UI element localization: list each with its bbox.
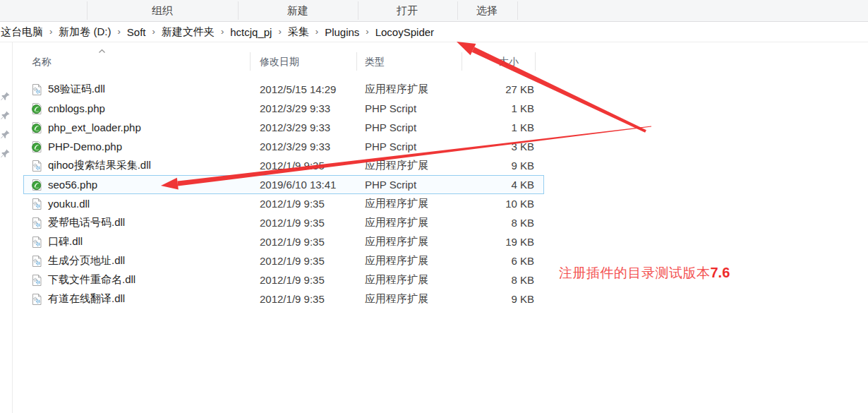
file-name: PHP-Demo.php [48, 140, 122, 152]
file-name-cell: youku.dll [23, 198, 260, 210]
ribbon-group-select: 选择 [476, 4, 498, 18]
ribbon-separator [517, 1, 518, 20]
file-date-modified: 2012/1/9 9:35 [260, 236, 365, 248]
pushpin-icon[interactable] [0, 110, 11, 121]
chevron-right-icon: › [362, 26, 372, 38]
file-type: 应用程序扩展 [365, 197, 471, 210]
ribbon-group-organize: 组织 [152, 4, 173, 18]
file-size: 6 KB [471, 255, 544, 267]
breadcrumb-item-soft[interactable]: Soft [124, 26, 149, 38]
file-date-modified: 2012/1/9 9:35 [260, 293, 365, 305]
column-divider[interactable] [250, 52, 251, 71]
file-date-modified: 2012/1/9 9:35 [260, 217, 365, 229]
breadcrumb-item-caiji[interactable]: 采集 [285, 25, 312, 39]
pushpin-icon[interactable] [0, 129, 11, 140]
file-list: 名称 修改日期 类型 大小 58验证码.dll 2012/5/15 14:29 … [23, 52, 544, 309]
file-name: 生成分页地址.dll [48, 254, 125, 268]
breadcrumb-item-drive-d[interactable]: 新加卷 (D:) [56, 25, 114, 39]
php-file-icon [31, 122, 42, 133]
php-file-icon [31, 103, 42, 114]
file-row[interactable]: 下载文件重命名.dll 2012/1/9 9:35 应用程序扩展 8 KB [23, 270, 544, 289]
file-name: 下载文件重命名.dll [48, 273, 135, 287]
file-name-cell: 58验证码.dll [23, 83, 260, 96]
file-date-modified: 2019/6/10 13:41 [260, 179, 365, 191]
file-row[interactable]: seo56.php 2019/6/10 13:41 PHP Script 4 K… [23, 175, 544, 194]
file-name-cell: seo56.php [23, 179, 260, 191]
file-name: 爱帮电话号码.dll [48, 216, 125, 229]
file-row[interactable]: 口碑.dll 2012/1/9 9:35 应用程序扩展 19 KB [23, 232, 544, 251]
file-size: 19 KB [471, 236, 544, 248]
file-size: 27 KB [471, 83, 544, 95]
file-type: 应用程序扩展 [365, 292, 471, 306]
pushpin-icon[interactable] [0, 91, 11, 102]
file-type: 应用程序扩展 [365, 159, 471, 172]
file-size: 10 KB [471, 198, 544, 210]
column-header-date-modified[interactable]: 修改日期 [260, 56, 365, 68]
file-date-modified: 2012/3/29 9:33 [260, 102, 365, 114]
dll-file-icon [31, 160, 42, 172]
chevron-right-icon: › [217, 26, 227, 38]
breadcrumb-item-new-folder[interactable]: 新建文件夹 [159, 25, 217, 39]
column-header-row: 名称 修改日期 类型 大小 [23, 52, 544, 72]
column-header-name[interactable]: 名称 [23, 56, 260, 68]
file-type: PHP Script [365, 121, 471, 133]
dll-file-icon [31, 275, 42, 286]
column-divider[interactable] [535, 52, 536, 71]
file-name: youku.dll [48, 198, 90, 210]
breadcrumb-item-this-pc[interactable]: 这台电脑 [0, 25, 46, 39]
file-name-cell: php_ext_loader.php [23, 121, 260, 133]
file-type: 应用程序扩展 [365, 216, 471, 229]
chevron-right-icon: › [149, 26, 159, 38]
file-size: 1 KB [471, 121, 544, 133]
dll-file-icon [31, 84, 42, 95]
file-date-modified: 2012/1/9 9:35 [260, 160, 365, 172]
file-name: qihoo搜索结果采集.dll [48, 159, 151, 172]
file-name-cell: 有道在线翻译.dll [23, 292, 260, 306]
file-date-modified: 2012/1/9 9:35 [260, 198, 365, 210]
pushpin-icon[interactable] [0, 148, 11, 159]
file-name: php_ext_loader.php [48, 121, 141, 133]
annotation-note: 注册插件的目录测试版本7.6 [559, 264, 730, 282]
file-size: 8 KB [471, 274, 544, 286]
file-row[interactable]: php_ext_loader.php 2012/3/29 9:33 PHP Sc… [23, 118, 544, 137]
dll-file-icon [31, 217, 42, 229]
file-row[interactable]: PHP-Demo.php 2012/3/29 9:33 PHP Script 3… [23, 137, 544, 156]
chevron-right-icon: › [275, 26, 284, 38]
column-header-type[interactable]: 类型 [365, 56, 471, 68]
column-header-size[interactable]: 大小 [471, 56, 544, 68]
annotation-version: 7.6 [711, 265, 730, 280]
ribbon-separator [238, 1, 239, 20]
column-divider[interactable] [462, 52, 462, 71]
file-name-cell: cnblogs.php [23, 102, 260, 114]
file-type: 应用程序扩展 [365, 235, 471, 249]
file-size: 8 KB [471, 217, 544, 229]
dll-file-icon [31, 256, 42, 267]
ribbon-bar: 组织 新建 打开 选择 [0, 0, 868, 22]
chevron-right-icon: › [46, 26, 56, 38]
breadcrumb-item-plugins[interactable]: Plugins [322, 26, 362, 38]
column-divider[interactable] [356, 52, 357, 71]
annotation-label: 注册插件的目录测试版本 [559, 265, 711, 280]
ribbon-separator [358, 1, 358, 20]
sort-ascending-caret [98, 49, 106, 54]
breadcrumb-item-locoyspider[interactable]: LocoySpider [373, 26, 437, 38]
file-name-cell: 生成分页地址.dll [23, 254, 260, 268]
breadcrumb-item-hctcjq-pj[interactable]: hctcjq_pj [227, 26, 275, 38]
file-row[interactable]: qihoo搜索结果采集.dll 2012/1/9 9:35 应用程序扩展 9 K… [23, 156, 544, 175]
file-row[interactable]: youku.dll 2012/1/9 9:35 应用程序扩展 10 KB [23, 194, 544, 213]
chevron-right-icon: › [312, 26, 322, 38]
file-row[interactable]: 58验证码.dll 2012/5/15 14:29 应用程序扩展 27 KB [23, 80, 544, 99]
file-type: 应用程序扩展 [365, 254, 471, 268]
file-size: 4 KB [471, 179, 544, 191]
file-row[interactable]: 有道在线翻译.dll 2012/1/9 9:35 应用程序扩展 9 KB [23, 289, 544, 309]
file-type: PHP Script [365, 179, 471, 191]
file-row[interactable]: cnblogs.php 2012/3/29 9:33 PHP Script 1 … [23, 99, 544, 118]
file-name: seo56.php [48, 179, 97, 191]
file-date-modified: 2012/1/9 9:35 [260, 274, 365, 286]
file-row[interactable]: 爱帮电话号码.dll 2012/1/9 9:35 应用程序扩展 8 KB [23, 213, 544, 232]
dll-file-icon [31, 294, 42, 305]
file-row[interactable]: 生成分页地址.dll 2012/1/9 9:35 应用程序扩展 6 KB [23, 251, 544, 270]
file-date-modified: 2012/5/15 14:29 [260, 83, 365, 95]
php-file-icon [31, 141, 42, 152]
breadcrumb: 这台电脑 › 新加卷 (D:) › Soft › 新建文件夹 › hctcjq_… [0, 22, 437, 42]
